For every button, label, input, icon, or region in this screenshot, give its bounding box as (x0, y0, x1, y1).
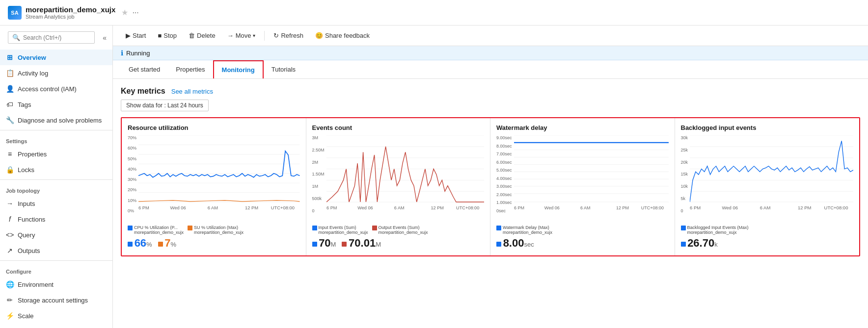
events-legend: Input Events (Sum)morepartition_demo_xuj… (312, 225, 485, 235)
charts-grid: Resource utilization 70% 60% 50% 40% 30%… (121, 117, 860, 256)
events-count-card: Events count 3M 2.50M 2M 1.50M 1M 500k 0 (306, 118, 491, 255)
delete-icon: 🗑 (189, 32, 195, 39)
sidebar: 🔍 « ⊞ Overview 📋 Activity log 👤 Access c… (0, 25, 113, 328)
storage-icon: ✏ (6, 296, 14, 304)
sidebar-item-scale[interactable]: ⚡ Scale (0, 308, 112, 324)
sidebar-item-label: Storage account settings (18, 297, 88, 304)
status-text: Running (126, 50, 150, 57)
top-header: SA morepartition_demo_xujx Stream Analyt… (0, 0, 868, 25)
metrics-header: Key metrics See all metrics (121, 87, 860, 96)
sidebar-item-label: Locks (18, 166, 34, 174)
tab-get-started[interactable]: Get started (121, 61, 168, 79)
svg-text:12 PM: 12 PM (616, 205, 629, 210)
tabs-bar: Get started Properties Monitoring Tutori… (113, 60, 868, 79)
svg-text:12 PM: 12 PM (798, 205, 811, 210)
content-area: ▶ Start ■ Stop 🗑 Delete → Move ▾ ↻ Refre… (113, 25, 868, 328)
move-label: Move (236, 32, 251, 39)
svg-text:6 AM: 6 AM (760, 205, 771, 210)
sidebar-item-inputs[interactable]: → Inputs (0, 196, 112, 211)
sidebar-item-tags[interactable]: 🏷 Tags (0, 97, 112, 112)
diagnose-icon: 🔧 (6, 116, 14, 124)
sidebar-item-properties[interactable]: ≡ Properties (0, 146, 112, 162)
delete-label: Delete (197, 32, 216, 39)
sidebar-item-diagnose[interactable]: 🔧 Diagnose and solve problems (0, 112, 112, 128)
sidebar-item-query[interactable]: <> Query (0, 227, 112, 243)
more-options-icon[interactable]: ··· (132, 8, 138, 17)
chart-title-backlogged: Backlogged input events (681, 124, 854, 131)
filter-label: Show data for : Last 24 hours (126, 102, 203, 109)
watermark-metric-values: 8.00sec (496, 237, 669, 250)
stop-label: Stop (163, 32, 177, 39)
events-count-chart: 6 PM Wed 06 6 AM 12 PM UTC+08:00 (326, 135, 484, 214)
backlogged-input-card: Backlogged input events 30k 25k 20k 15k … (675, 118, 860, 255)
svg-text:12 PM: 12 PM (431, 205, 444, 210)
tags-icon: 🏷 (6, 101, 14, 108)
move-chevron-icon: ▾ (253, 33, 255, 38)
sidebar-item-label: Inputs (18, 200, 35, 207)
chart-title-events: Events count (312, 124, 485, 131)
sidebar-item-label: Scale (18, 312, 34, 320)
configure-section-label: Configure (0, 263, 112, 277)
svg-text:6 PM: 6 PM (690, 205, 701, 210)
favorite-icon[interactable]: ★ (121, 8, 128, 17)
activity-log-icon: 📋 (6, 69, 14, 77)
resource-subtitle: Stream Analytics job (26, 14, 115, 20)
svg-text:UTC+08:00: UTC+08:00 (271, 205, 295, 210)
refresh-button[interactable]: ↻ Refresh (269, 29, 308, 42)
app-icon: SA (8, 6, 22, 20)
svg-text:UTC+08:00: UTC+08:00 (641, 205, 663, 210)
status-icon: ℹ (121, 49, 123, 57)
svg-text:Wed 06: Wed 06 (722, 205, 738, 210)
sidebar-item-activity-log[interactable]: 📋 Activity log (0, 65, 112, 81)
settings-section-label: Settings (0, 132, 112, 146)
functions-icon: f (6, 215, 14, 223)
tab-properties[interactable]: Properties (168, 61, 213, 79)
svg-text:6 PM: 6 PM (514, 205, 524, 210)
svg-text:UTC+08:00: UTC+08:00 (824, 205, 848, 210)
data-filter-button[interactable]: Show data for : Last 24 hours (121, 100, 209, 111)
scale-icon: ⚡ (6, 312, 14, 320)
toolbar-separator (264, 31, 265, 41)
sidebar-item-storage-account[interactable]: ✏ Storage account settings (0, 292, 112, 308)
tab-monitoring[interactable]: Monitoring (213, 60, 264, 78)
sidebar-item-label: Diagnose and solve problems (18, 117, 102, 124)
see-all-metrics-link[interactable]: See all metrics (171, 88, 213, 95)
backlogged-legend: Backlogged Input Events (Max)morepartiti… (681, 225, 854, 235)
search-box[interactable]: 🔍 (8, 31, 95, 44)
delete-button[interactable]: 🗑 Delete (184, 29, 220, 42)
watermark-delay-chart: 6 PM Wed 06 6 AM 12 PM UTC+08:00 (514, 135, 669, 214)
move-button[interactable]: → Move ▾ (222, 29, 261, 42)
sidebar-item-access-control[interactable]: 👤 Access control (IAM) (0, 81, 112, 97)
resource-metric-values: 66% 7% (128, 237, 300, 250)
resource-title: morepartition_demo_xujx (26, 5, 115, 14)
share-label: Share feedback (325, 32, 370, 39)
properties-icon: ≡ (6, 150, 14, 158)
sidebar-item-label: Access control (IAM) (18, 85, 77, 93)
chart-title-resource: Resource utilization (128, 124, 300, 131)
share-feedback-button[interactable]: 😊 Share feedback (310, 29, 375, 42)
sidebar-item-outputs[interactable]: ↗ Outputs (0, 243, 112, 258)
query-icon: <> (6, 231, 14, 239)
tab-tutorials[interactable]: Tutorials (264, 61, 303, 79)
sidebar-item-label: Tags (18, 101, 31, 108)
sidebar-item-functions[interactable]: f Functions (0, 211, 112, 227)
svg-text:Wed 06: Wed 06 (170, 205, 186, 210)
svg-text:Wed 06: Wed 06 (544, 205, 559, 210)
stop-button[interactable]: ■ Stop (153, 29, 182, 42)
start-button[interactable]: ▶ Start (121, 29, 151, 42)
sidebar-item-environment[interactable]: 🌐 Environment (0, 277, 112, 292)
sidebar-item-label: Activity log (18, 70, 48, 77)
resource-utilization-chart: 6 PM Wed 06 6 AM 12 PM UTC+08:00 (138, 135, 299, 214)
resource-utilization-card: Resource utilization 70% 60% 50% 40% 30%… (122, 118, 306, 255)
collapse-sidebar-button[interactable]: « (101, 32, 108, 44)
search-input[interactable] (23, 34, 90, 41)
resource-legend: CPU % Utilization (P...morepartition_dem… (128, 225, 300, 235)
move-icon: → (227, 32, 234, 39)
search-icon: 🔍 (12, 34, 20, 41)
sidebar-item-label: Overview (18, 54, 46, 61)
sidebar-item-overview[interactable]: ⊞ Overview (0, 50, 112, 65)
svg-text:6 PM: 6 PM (138, 205, 149, 210)
svg-text:UTC+08:00: UTC+08:00 (456, 205, 479, 210)
sidebar-item-locks[interactable]: 🔒 Locks (0, 162, 112, 177)
page-content: Key metrics See all metrics Show data fo… (113, 79, 868, 264)
